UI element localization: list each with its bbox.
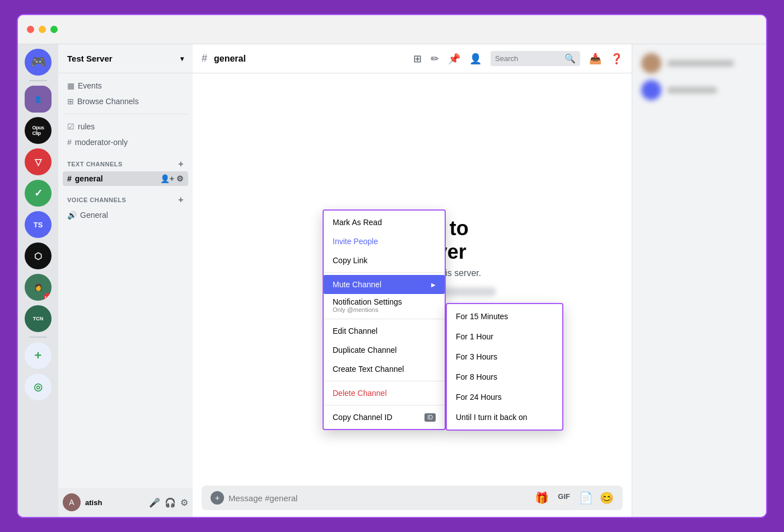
server-icon-tcn[interactable]: TCN (25, 305, 52, 332)
browse-channels-icon: ⊞ (67, 97, 74, 106)
add-text-channel-icon[interactable]: + (178, 159, 184, 169)
title-bar (18, 15, 766, 44)
context-menu: Mark As Read Invite People Copy Link Mut… (323, 209, 446, 430)
context-menu-copy-link[interactable]: Copy Link (324, 251, 445, 270)
context-menu-duplicate-channel[interactable]: Duplicate Channel (324, 340, 445, 360)
server-icon-openai[interactable]: ⬡ (25, 242, 52, 269)
moderator-hash-icon: # (67, 138, 72, 147)
invite-icon[interactable]: 👤+ (160, 174, 174, 183)
rules-icon: ☑ (67, 122, 74, 131)
header-icons: ⊞ ✏ 📌 👤 🔍 📥 ❓ (413, 51, 623, 66)
channel-header: # general ⊞ ✏ 📌 👤 🔍 📥 ❓ (193, 44, 632, 73)
context-menu-copy-channel-id[interactable]: Copy Channel ID ID (324, 408, 445, 427)
gif-icon[interactable]: GIF (556, 491, 572, 505)
voice-channels-label: VOICE CHANNELS (67, 197, 126, 203)
server-icon-test-server[interactable]: 👤 (25, 86, 52, 113)
search-input[interactable] (495, 54, 562, 63)
channel-sidebar: Test Server ▾ ▦ Events ⊞ Browse Channels… (58, 44, 193, 517)
voice-icon: 🔊 (67, 211, 77, 220)
context-menu-edit-channel[interactable]: Edit Channel (324, 321, 445, 340)
text-channels-section[interactable]: TEXT CHANNELS + (63, 150, 188, 171)
context-menu-divider-3 (324, 381, 445, 381)
server-icon-triangle[interactable]: ▽ (25, 148, 52, 175)
context-menu-divider-2 (324, 319, 445, 319)
server-icon-add[interactable]: + (25, 342, 52, 369)
channel-list: ▦ Events ⊞ Browse Channels ☑ rules # mod… (58, 73, 193, 488)
add-voice-channel-icon[interactable]: + (178, 195, 184, 205)
server-icon-opus-clip[interactable]: OpusClip (25, 117, 52, 144)
gift-icon[interactable]: 🎁 (535, 491, 549, 505)
right-sidebar-avatar-2 (641, 80, 661, 100)
threads-icon[interactable]: ⊞ (413, 53, 422, 65)
sticker-icon[interactable]: 📄 (579, 491, 593, 505)
channel-hash-icon: # (202, 53, 207, 64)
id-badge: ID (424, 413, 436, 422)
context-menu-create-text-channel[interactable]: Create Text Channel (324, 360, 445, 379)
submenu-8hours[interactable]: For 8 Hours (447, 367, 562, 387)
server-icon-explore[interactable]: ◎ (25, 374, 52, 400)
server-sidebar: 🎮 👤 OpusClip ▽ ✓ TS (18, 44, 58, 517)
server-icon-green[interactable]: 👩 118 (25, 274, 52, 301)
events-icon: ▦ (67, 81, 74, 90)
context-menu-divider-1 (324, 272, 445, 273)
channel-name: general (214, 54, 246, 64)
context-menu-invite-people[interactable]: Invite People (324, 232, 445, 251)
server-icon-ts[interactable]: TS (25, 211, 52, 238)
server-icon-discord-home[interactable]: 🎮 (25, 49, 52, 76)
server-header[interactable]: Test Server ▾ (58, 44, 193, 73)
pin-icon[interactable]: 📌 (448, 53, 460, 65)
submenu-15min[interactable]: For 15 Minutes (447, 306, 562, 326)
inbox-icon[interactable]: 📥 (589, 53, 601, 65)
message-input-area: + 🎁 GIF 📄 😊 (193, 479, 632, 517)
submenu-24hours[interactable]: For 24 Hours (447, 387, 562, 407)
context-menu-mark-as-read[interactable]: Mark As Read (324, 213, 445, 232)
user-avatar: A (63, 493, 81, 511)
message-input-box: + 🎁 GIF 📄 😊 (202, 486, 623, 510)
server-divider-2 (29, 337, 47, 338)
message-input[interactable] (228, 493, 530, 503)
settings-icon[interactable]: ⚙ (176, 174, 184, 183)
sidebar-item-browse-channels[interactable]: ⊞ Browse Channels (63, 94, 188, 109)
submenu-until-off[interactable]: Until I turn it back on (447, 407, 562, 427)
members-icon[interactable]: 👤 (469, 53, 482, 65)
submenu-3hours[interactable]: For 3 Hours (447, 347, 562, 367)
text-channels-label: TEXT CHANNELS (67, 161, 123, 167)
mute-submenu: For 15 Minutes For 1 Hour For 3 Hours Fo… (446, 303, 563, 431)
username: atish (85, 498, 102, 507)
submenu-1hour[interactable]: For 1 Hour (447, 326, 562, 347)
sidebar-item-general[interactable]: # general 👤+ ⚙ (63, 171, 188, 186)
headphone-icon[interactable]: 🎧 (165, 497, 176, 508)
user-avatar-text: A (69, 498, 74, 507)
user-panel-icons: 🎤 🎧 ⚙ (149, 497, 188, 508)
context-menu-notification-settings[interactable]: Notification Settings Only @mentions (324, 294, 445, 316)
right-sidebar-content (641, 53, 757, 100)
right-sidebar (632, 44, 766, 517)
server-name: Test Server (67, 54, 113, 63)
emoji-icon[interactable]: 😊 (600, 491, 614, 505)
sidebar-item-events[interactable]: ▦ Events (63, 78, 188, 94)
context-menu-delete-channel[interactable]: Delete Channel (324, 384, 445, 403)
user-settings-icon[interactable]: ⚙ (180, 497, 188, 508)
sidebar-item-general-voice[interactable]: 🔊 General (63, 207, 188, 223)
minimize-button[interactable] (39, 26, 46, 33)
mic-icon[interactable]: 🎤 (149, 497, 160, 508)
voice-channels-section[interactable]: VOICE CHANNELS + (63, 186, 188, 207)
main-content: # general ⊞ ✏ 📌 👤 🔍 📥 ❓ (193, 44, 632, 517)
user-panel: A atish 🎤 🎧 ⚙ (58, 488, 193, 517)
maximize-button[interactable] (50, 26, 58, 33)
channel-action-icons: 👤+ ⚙ (160, 174, 184, 183)
server-icon-check[interactable]: ✓ (25, 180, 52, 207)
window-controls (27, 26, 58, 33)
edit-icon[interactable]: ✏ (431, 53, 439, 65)
sidebar-item-moderator-only[interactable]: # moderator-only (63, 134, 188, 150)
server-chevron-icon: ▾ (180, 55, 184, 63)
submenu-arrow-icon: ▶ (431, 282, 436, 288)
search-bar[interactable]: 🔍 (491, 51, 580, 66)
sidebar-item-rules[interactable]: ☑ rules (63, 119, 188, 134)
help-icon[interactable]: ❓ (610, 53, 623, 65)
close-button[interactable] (27, 26, 34, 33)
context-menu-mute-channel[interactable]: Mute Channel ▶ (324, 275, 445, 294)
right-sidebar-avatar-1 (641, 53, 661, 73)
right-sidebar-text-1 (667, 60, 734, 67)
attach-button[interactable]: + (211, 491, 224, 505)
